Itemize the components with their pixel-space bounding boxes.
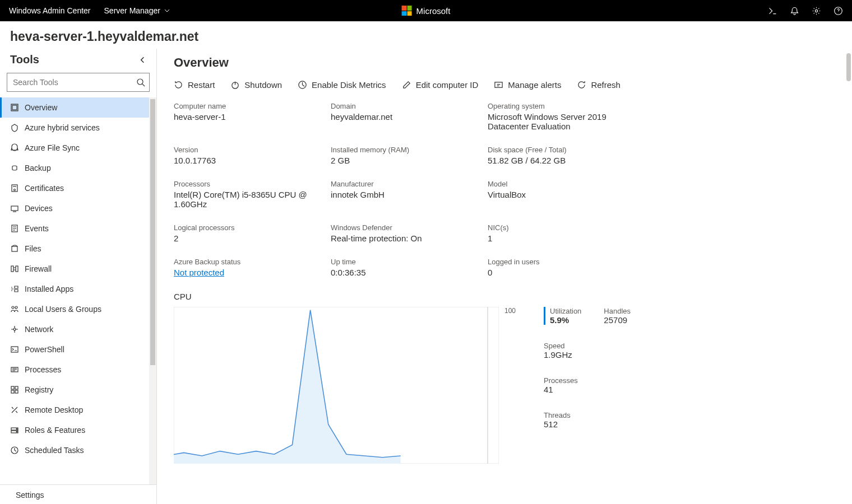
info-label: Manufacturer — [331, 180, 488, 188]
info-label: Logged in users — [488, 258, 645, 266]
info-cell: Domainheyvaldemar.net — [331, 102, 488, 131]
sidebar-item-label: Remote Desktop — [25, 405, 83, 414]
tool-icon — [10, 426, 19, 435]
edit-computer-id-button[interactable]: Edit computer ID — [402, 80, 479, 90]
gear-icon[interactable] — [812, 6, 821, 16]
cpu-stat-label: Threads — [544, 411, 581, 419]
sidebar-item-label: Overview — [25, 103, 57, 112]
manage-alerts-button[interactable]: Manage alerts — [494, 80, 561, 90]
cpu-chart: 100 — [174, 307, 499, 464]
sidebar-item-scheduled-tasks[interactable]: Scheduled Tasks — [0, 440, 156, 460]
svg-rect-9 — [12, 246, 17, 251]
svg-rect-10 — [11, 266, 13, 272]
info-label: Disk space (Free / Total) — [488, 146, 645, 154]
info-value: innotek GmbH — [331, 190, 488, 199]
action-label: Manage alerts — [508, 80, 561, 90]
info-value: 2 — [174, 234, 331, 243]
cpu-stat-threads: Threads512 — [544, 411, 581, 429]
restart-button[interactable]: Restart — [174, 80, 215, 90]
svg-point-0 — [815, 10, 817, 12]
sidebar-item-overview[interactable]: Overview — [0, 97, 156, 118]
sidebar-item-installed-apps[interactable]: Installed Apps — [0, 279, 156, 299]
info-label: Operating system — [488, 102, 645, 110]
refresh-button[interactable]: Refresh — [577, 80, 621, 90]
tool-icon — [10, 345, 19, 354]
page-title: heva-server-1.heyvaldemar.net — [0, 21, 852, 49]
sidebar-item-files[interactable]: Files — [0, 239, 156, 259]
powershell-icon[interactable] — [768, 6, 777, 16]
svg-rect-29 — [495, 82, 502, 87]
restart-icon — [174, 80, 183, 90]
info-label: Logical processors — [174, 223, 331, 232]
sidebar-item-label: Azure hybrid services — [25, 123, 100, 132]
info-value: 0 — [488, 268, 645, 277]
info-cell: Windows DefenderReal-time protection: On — [331, 223, 488, 243]
scrollbar-track[interactable] — [149, 97, 156, 484]
help-icon[interactable] — [834, 6, 843, 16]
sidebar-item-azure-file-sync[interactable]: Azure File Sync — [0, 138, 156, 158]
app-title[interactable]: Windows Admin Center — [9, 6, 91, 15]
cpu-stat-processes: Processes41 — [544, 376, 581, 394]
shutdown-button[interactable]: Shutdown — [230, 80, 282, 90]
notifications-icon[interactable] — [790, 6, 799, 16]
sidebar-item-roles-features[interactable]: Roles & Features — [0, 420, 156, 440]
sidebar-item-network[interactable]: Network — [0, 319, 156, 339]
sidebar-item-registry[interactable]: Registry — [0, 380, 156, 400]
info-value: Intel(R) Core(TM) i5-8365U CPU @ 1.60GHz — [174, 190, 331, 209]
sidebar-item-settings[interactable]: Settings — [0, 484, 156, 504]
tool-icon — [10, 446, 19, 455]
sidebar-item-label: Firewall — [25, 264, 52, 273]
info-label: Up time — [331, 258, 488, 266]
cpu-stat-label: Utilization — [550, 307, 581, 315]
cpu-stat-value: 1.9GHz — [544, 350, 581, 360]
sidebar-item-label: Network — [25, 325, 53, 334]
info-value: 10.0.17763 — [174, 156, 331, 165]
sidebar-item-label: Azure File Sync — [25, 143, 80, 152]
collapse-sidebar-icon[interactable] — [138, 56, 146, 64]
context-dropdown[interactable]: Server Manager — [104, 6, 170, 15]
sidebar-item-label: Local Users & Groups — [25, 305, 101, 314]
cpu-stat-value: 512 — [544, 419, 581, 429]
sidebar-item-label: Registry — [25, 385, 53, 394]
brand: Microsoft — [402, 6, 451, 16]
cpu-stats: Utilization5.9% Speed1.9GHz Processes41 … — [544, 307, 689, 464]
info-value: 0:0:36:35 — [331, 268, 488, 277]
sidebar-item-processes[interactable]: Processes — [0, 360, 156, 380]
scrollbar-thumb[interactable] — [846, 53, 851, 81]
svg-rect-18 — [15, 386, 18, 389]
tool-icon — [10, 385, 19, 394]
scrollbar-thumb[interactable] — [150, 99, 155, 365]
sidebar-item-label: Devices — [25, 204, 53, 213]
tool-icon — [10, 264, 19, 273]
svg-point-23 — [16, 428, 17, 430]
sidebar-item-powershell[interactable]: PowerShell — [0, 339, 156, 360]
info-label: Domain — [331, 102, 488, 110]
cpu-stat-handles: Handles25709 — [604, 307, 631, 325]
topbar: Windows Admin Center Server Manager Micr… — [0, 0, 852, 21]
action-bar: Restart Shutdown Enable Disk Metrics Edi… — [174, 80, 835, 90]
context-dropdown-label: Server Manager — [104, 6, 160, 15]
sidebar-item-events[interactable]: Events — [0, 218, 156, 239]
sidebar-item-azure-hybrid-services[interactable]: Azure hybrid services — [0, 118, 156, 138]
svg-rect-20 — [15, 390, 18, 393]
info-label: Installed memory (RAM) — [331, 146, 488, 154]
svg-point-12 — [12, 306, 14, 309]
sidebar-item-local-users-groups[interactable]: Local Users & Groups — [0, 299, 156, 319]
azure-backup-link[interactable]: Not protected — [174, 268, 331, 277]
search-icon — [136, 78, 145, 87]
brand-label: Microsoft — [416, 6, 451, 16]
enable-disk-metrics-button[interactable]: Enable Disk Metrics — [298, 80, 386, 90]
info-value: Microsoft Windows Server 2019 Datacenter… — [488, 112, 645, 131]
sidebar-item-remote-desktop[interactable]: Remote Desktop — [0, 400, 156, 420]
sidebar-item-devices[interactable]: Devices — [0, 198, 156, 218]
main-panel: Overview Restart Shutdown Enable Disk Me… — [157, 49, 852, 504]
tool-icon — [10, 244, 19, 253]
sidebar-item-backup[interactable]: Backup — [0, 158, 156, 178]
sidebar-item-certificates[interactable]: Certificates — [0, 178, 156, 198]
search-input[interactable] — [7, 73, 150, 92]
cpu-section: CPU 100 Utilization5.9% — [174, 292, 835, 464]
sidebar-item-firewall[interactable]: Firewall — [0, 259, 156, 279]
action-label: Restart — [188, 80, 215, 90]
cpu-title: CPU — [174, 292, 835, 301]
info-value: 2 GB — [331, 156, 488, 165]
